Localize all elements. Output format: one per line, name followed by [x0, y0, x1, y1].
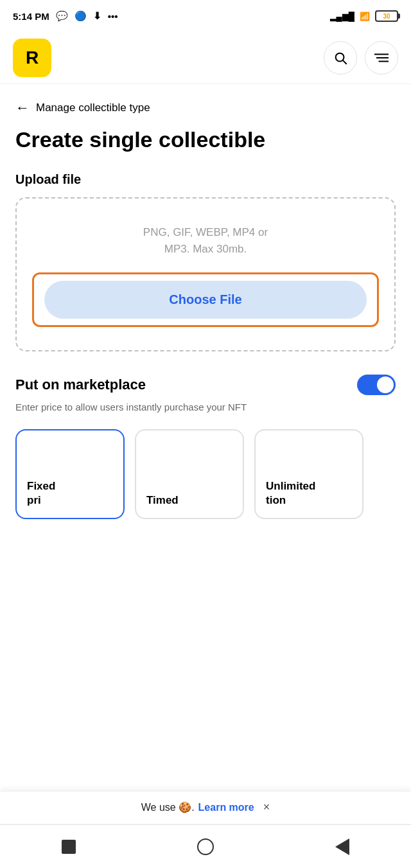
choose-file-label: Choose File — [169, 292, 241, 307]
menu-icon — [374, 53, 389, 63]
page-title: Create single collectible — [15, 128, 396, 152]
back-arrow-icon: ← — [15, 100, 30, 116]
nav-home-button[interactable] — [195, 837, 216, 857]
price-card-fixed[interactable]: Fixedpri — [15, 429, 125, 519]
more-icon: ••• — [108, 11, 118, 22]
upload-section: Upload file PNG, GIF, WEBP, MP4 or MP3. … — [15, 172, 396, 351]
marketplace-toggle[interactable] — [357, 375, 396, 395]
search-icon — [333, 51, 347, 65]
cookie-text: We use 🍪. — [141, 801, 195, 813]
choose-file-button[interactable]: Choose File — [44, 281, 367, 319]
wifi-icon: 📶 — [360, 12, 370, 21]
nav-back-button[interactable] — [332, 837, 353, 857]
price-card-timed[interactable]: Timed — [135, 429, 244, 519]
marketplace-section: Put on marketplace Enter price to allow … — [15, 375, 396, 519]
price-card-timed-label: Timed — [146, 493, 232, 508]
upload-hint-line2: MP3. Max 30mb. — [164, 243, 247, 255]
status-bar: 5:14 PM 💬 🔵 ⬇ ••• ▂▄▆█ 📶 30 — [0, 0, 411, 32]
back-icon — [335, 838, 349, 855]
price-card-unlimited[interactable]: Unlimitedtion — [254, 429, 363, 519]
price-card-unlimited-label: Unlimitedtion — [266, 479, 352, 508]
choose-file-wrapper: Choose File — [32, 272, 379, 327]
status-right-icons: ▂▄▆█ 📶 30 — [330, 10, 398, 22]
header-actions — [324, 41, 398, 75]
cookie-close-button[interactable]: × — [263, 801, 270, 814]
bottom-nav — [0, 824, 411, 868]
back-nav-label: Manage collectible type — [36, 102, 150, 114]
messenger-icon: 🔵 — [74, 10, 87, 22]
nav-stop-button[interactable] — [58, 837, 79, 857]
cookie-learn-more-link[interactable]: Learn more — [198, 802, 254, 813]
price-cards: Fixedpri Timed Unlimitedtion — [15, 429, 396, 519]
download-icon: ⬇ — [93, 10, 101, 22]
status-time: 5:14 PM 💬 🔵 ⬇ ••• — [13, 10, 118, 22]
time-label: 5:14 PM — [13, 11, 49, 22]
price-card-fixed-label: Fixedpri — [27, 479, 113, 508]
menu-button[interactable] — [365, 41, 398, 75]
upload-hint: PNG, GIF, WEBP, MP4 or MP3. Max 30mb. — [143, 224, 268, 257]
battery-icon: 30 — [375, 10, 398, 22]
main-content: ← Manage collectible type Create single … — [0, 84, 411, 519]
whatsapp-icon: 💬 — [56, 10, 68, 22]
svg-line-1 — [343, 60, 346, 64]
upload-section-label: Upload file — [15, 172, 396, 187]
signal-icon: ▂▄▆█ — [330, 12, 354, 21]
cookie-banner: We use 🍪. Learn more × — [0, 791, 411, 823]
stop-icon — [62, 840, 76, 854]
marketplace-row: Put on marketplace — [15, 375, 396, 395]
marketplace-title: Put on marketplace — [15, 376, 146, 393]
header: R — [0, 32, 411, 84]
home-icon — [197, 838, 214, 855]
app-logo: R — [13, 39, 51, 77]
marketplace-description: Enter price to allow users instantly pur… — [15, 400, 396, 414]
back-nav[interactable]: ← Manage collectible type — [15, 100, 396, 116]
upload-hint-line1: PNG, GIF, WEBP, MP4 or — [143, 226, 268, 238]
upload-box: PNG, GIF, WEBP, MP4 or MP3. Max 30mb. Ch… — [15, 197, 396, 351]
search-button[interactable] — [324, 41, 357, 75]
